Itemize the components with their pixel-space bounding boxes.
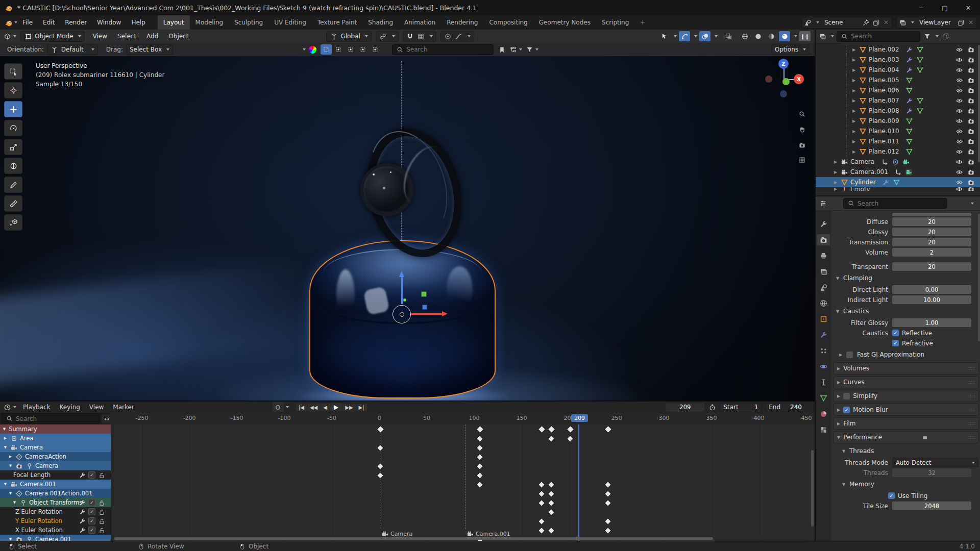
pause-render-button[interactable]: ❙❙ [799,31,811,41]
expand-chevron[interactable]: ▶ [851,88,856,93]
auto-key-button[interactable] [273,402,284,412]
current-frame-badge[interactable]: 209 [571,414,588,422]
keyframe[interactable] [377,444,384,452]
panel-performance[interactable]: ▼Performance≡∷∷ [833,431,979,443]
outliner-search[interactable]: Search [837,31,920,42]
hide-eye-icon[interactable] [955,178,963,186]
properties-tab-modifiers[interactable] [817,329,830,340]
tool-move[interactable] [4,101,22,117]
channel-area[interactable]: ▶Area [0,434,111,443]
shading-wireframe-button[interactable] [739,31,750,41]
overlays-toggle[interactable] [699,31,710,41]
channel-cameraaction[interactable]: ▶CameraAction [0,452,111,461]
channel-lock-icon[interactable] [97,517,106,525]
channel-lock-icon[interactable] [97,471,106,479]
properties-tab-world[interactable] [817,297,830,309]
properties-tab-scene[interactable] [817,282,830,293]
minimize-button[interactable]: ─ [910,0,933,15]
channel-modifier-icon[interactable] [78,517,86,525]
axis-y-handle[interactable] [782,78,790,85]
axis-neg-x-handle[interactable] [765,76,772,83]
outliner-item-plane-003[interactable]: ▶Plane.003 [816,55,980,65]
tool-transform[interactable] [4,158,22,174]
jump-start-button[interactable]: |◀ [296,404,307,411]
dropdown-threads-mode[interactable]: Auto-Detect [892,458,978,467]
channel-focal-length[interactable]: Focal Length✓ [0,470,111,480]
value-slider-filter-glossy[interactable]: 1.00 [892,318,971,327]
viewport-menu-select[interactable]: Select [112,29,141,43]
pin-icon[interactable] [862,18,870,27]
viewport-search[interactable]: Search [392,44,494,55]
value-slider-direct-light[interactable]: 0.00 [892,285,971,294]
workspace-tab-rendering[interactable]: Rendering [441,15,483,30]
current-frame-field[interactable]: 209 [666,403,704,412]
expand-chevron[interactable]: ▶ [833,187,838,191]
checkbox-motion-blur[interactable]: ✓ [843,407,850,413]
keyframe[interactable] [548,499,555,507]
filter-icon[interactable] [525,45,533,54]
workspace-tab-sculpting[interactable]: Sculpting [229,15,268,30]
hide-eye-icon[interactable] [955,158,963,166]
keyframe[interactable] [476,444,483,452]
keyframe[interactable] [548,490,555,497]
tool-scale[interactable] [4,139,22,155]
keyframe[interactable] [377,472,384,479]
channel-chevron[interactable]: ▼ [3,482,8,486]
viewport-canvas[interactable]: User Perspective (209) Rolex submariner … [0,56,815,400]
shading-rendered-button[interactable] [779,31,790,41]
menu-help[interactable]: Help [126,15,150,30]
hide-eye-icon[interactable] [955,137,963,145]
channel-camera[interactable]: ▼Camera [0,461,111,470]
axis-z-handle[interactable]: Z [778,59,789,69]
keyframe[interactable] [604,527,611,534]
channel-object-transforms[interactable]: ▼Object Transforms✓ [0,498,111,507]
menu-render[interactable]: Render [60,15,92,30]
add-workspace-button[interactable]: + [634,15,651,30]
outliner-item-plane-002[interactable]: ▶Plane.002 [816,44,980,55]
hide-eye-icon[interactable] [955,66,963,74]
timeline-hscrollbar[interactable] [113,537,810,540]
keyframe[interactable] [377,463,384,470]
section-header-threads[interactable]: ▼Threads [831,445,980,457]
keyframe[interactable] [548,527,555,534]
keyframe[interactable] [476,425,484,434]
frame-end-field[interactable]: End240 [765,403,805,412]
editor-type-icon[interactable] [3,32,11,40]
properties-tab-output[interactable] [817,250,830,261]
outliner-item-plane-006[interactable]: ▶Plane.006 [816,85,980,95]
value-slider-transmission[interactable]: 20 [892,238,971,246]
channel-chevron[interactable]: ▼ [12,500,17,505]
checkbox-simplify[interactable] [843,393,850,399]
value-slider[interactable] [892,213,971,217]
properties-tab-tool[interactable] [817,218,830,230]
value-slider-volume[interactable]: 2 [892,248,971,257]
checkbox-reflective[interactable]: ✓ [892,330,899,336]
outliner-scrollbar[interactable] [978,45,980,162]
gizmos-toggle[interactable] [679,31,690,41]
properties-tab-view-layer[interactable] [817,266,830,277]
channel-y-euler-rotation[interactable]: Y Euler Rotation✓ [0,516,111,525]
channel-z-euler-rotation[interactable]: Z Euler Rotation✓ [0,507,111,516]
channel-mute-checkbox[interactable]: ✓ [88,499,95,506]
panel-motion-blur[interactable]: ▶✓Motion Blur∷∷ [833,404,979,416]
zoom-icon[interactable] [796,108,807,119]
hide-eye-icon[interactable] [955,56,963,64]
viewport-menu-view[interactable]: View [88,29,112,43]
render-visibility-icon[interactable] [967,127,975,135]
properties-tab-data[interactable] [817,392,830,404]
timeline-menu-view[interactable]: View [85,402,108,413]
prev-keyframe-button[interactable]: ◀◀ [307,404,320,411]
properties-tab-physics[interactable] [817,361,830,372]
hide-eye-icon[interactable] [955,45,963,54]
channel-modifier-icon[interactable] [78,498,86,507]
keyframe[interactable] [604,425,612,434]
keyframe[interactable] [538,425,546,434]
hide-eye-icon[interactable] [955,96,963,105]
panel-film[interactable]: ▶Film∷∷ [833,417,979,430]
stopwatch-icon[interactable] [708,403,716,411]
channel-mute-checkbox[interactable]: ✓ [88,471,95,479]
expand-chevron[interactable]: ▶ [851,139,856,144]
outliner-item-plane-009[interactable]: ▶Plane.009 [816,116,980,126]
xray-toggle[interactable] [723,31,734,41]
expand-chevron[interactable]: ▶ [833,160,838,164]
